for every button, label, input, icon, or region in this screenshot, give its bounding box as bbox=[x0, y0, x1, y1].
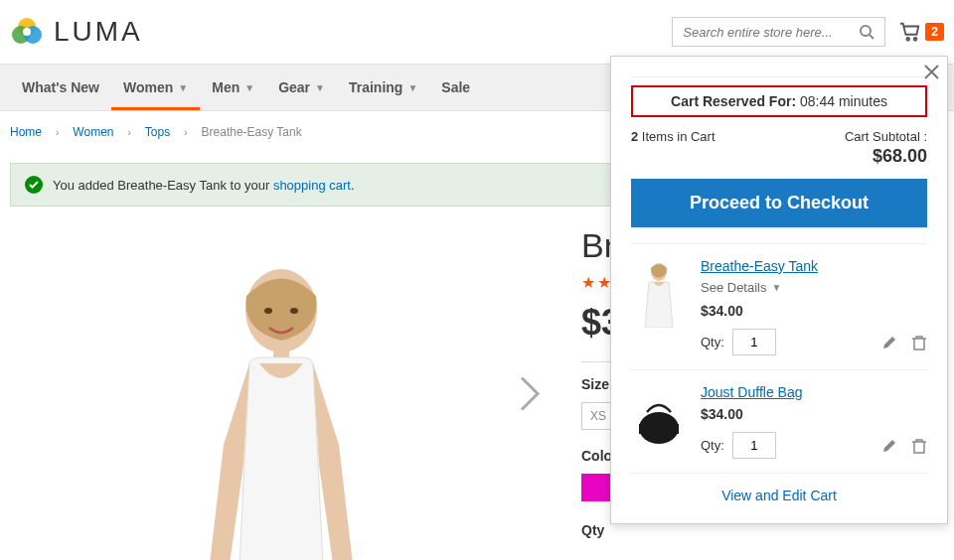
item-price: $34.00 bbox=[701, 303, 927, 319]
svg-point-3 bbox=[23, 28, 31, 36]
nav-men[interactable]: Men▼ bbox=[200, 65, 266, 110]
svg-point-4 bbox=[861, 26, 871, 36]
item-thumbnail[interactable] bbox=[631, 258, 687, 328]
nav-training[interactable]: Training▼ bbox=[337, 65, 429, 110]
notice-text: You added Breathe-Easy Tank to your shop… bbox=[53, 178, 355, 193]
minicart-popup: Cart Reserved For: 08:44 minutes 2 Items… bbox=[610, 56, 948, 524]
view-edit-cart-link[interactable]: View and Edit Cart bbox=[721, 488, 837, 503]
search-icon[interactable] bbox=[859, 24, 874, 40]
cart-reserved-timer: Cart Reserved For: 08:44 minutes bbox=[631, 85, 927, 117]
chevron-right-icon: › bbox=[184, 127, 187, 138]
minicart-close-button[interactable] bbox=[918, 59, 945, 88]
chevron-down-icon: ▼ bbox=[178, 82, 188, 93]
breadcrumb-current: Breathe-Easy Tank bbox=[202, 125, 302, 139]
cart-icon bbox=[899, 21, 921, 43]
item-price: $34.00 bbox=[701, 406, 927, 422]
gallery-next-button[interactable] bbox=[518, 374, 542, 417]
breadcrumb-women[interactable]: Women bbox=[73, 125, 113, 139]
trash-icon[interactable] bbox=[911, 335, 927, 350]
search-box[interactable] bbox=[672, 17, 885, 47]
nav-gear[interactable]: Gear▼ bbox=[266, 65, 337, 110]
breadcrumb-home[interactable]: Home bbox=[10, 125, 42, 139]
shopping-cart-link[interactable]: shopping cart bbox=[273, 178, 351, 193]
trash-icon[interactable] bbox=[911, 438, 927, 454]
product-main-image[interactable] bbox=[152, 246, 410, 560]
item-thumbnail[interactable] bbox=[631, 384, 687, 454]
logo-text: LUMA bbox=[54, 16, 143, 48]
qty-label: Qty: bbox=[701, 438, 724, 453]
svg-rect-16 bbox=[639, 424, 679, 434]
svg-point-10 bbox=[290, 308, 298, 314]
proceed-to-checkout-button[interactable]: Proceed to Checkout bbox=[631, 179, 927, 227]
nav-women[interactable]: Women▼ bbox=[111, 65, 200, 110]
check-circle-icon bbox=[25, 176, 43, 194]
cart-subtotal-label: Cart Subtotal : bbox=[845, 129, 927, 144]
qty-input[interactable] bbox=[732, 432, 776, 459]
chevron-right-icon: › bbox=[128, 127, 131, 138]
chevron-down-icon: ▼ bbox=[244, 82, 254, 93]
close-icon bbox=[924, 65, 939, 79]
edit-icon[interactable] bbox=[881, 438, 897, 454]
chevron-down-icon: ▼ bbox=[771, 282, 781, 293]
item-name-link[interactable]: Breathe-Easy Tank bbox=[701, 258, 927, 274]
qty-input[interactable] bbox=[732, 329, 776, 355]
nav-whats-new[interactable]: What's New bbox=[10, 65, 111, 110]
chevron-right-icon: › bbox=[56, 127, 59, 138]
nav-sale[interactable]: Sale bbox=[429, 65, 482, 110]
items-in-cart-count: 2 Items in Cart bbox=[631, 129, 716, 144]
qty-label: Qty bbox=[581, 522, 944, 538]
view-edit-cart: View and Edit Cart bbox=[631, 473, 927, 507]
logo[interactable]: LUMA bbox=[10, 15, 143, 49]
see-details-toggle[interactable]: See Details ▼ bbox=[701, 280, 927, 295]
breadcrumb-tops[interactable]: Tops bbox=[145, 125, 170, 139]
edit-icon[interactable] bbox=[881, 335, 897, 350]
search-input[interactable] bbox=[683, 25, 859, 40]
minicart-item: Joust Duffle Bag $34.00 Qty: bbox=[631, 369, 927, 473]
minicart-item: Breathe-Easy Tank See Details ▼ $34.00 Q… bbox=[631, 243, 927, 369]
cart-count-badge: 2 bbox=[925, 23, 944, 41]
logo-icon bbox=[10, 15, 44, 49]
product-gallery bbox=[10, 226, 552, 560]
svg-line-5 bbox=[870, 35, 874, 39]
cart-button[interactable]: 2 bbox=[899, 21, 944, 43]
cart-subtotal-value: $68.00 bbox=[631, 146, 927, 167]
qty-label: Qty: bbox=[701, 335, 724, 350]
color-swatch-pink[interactable] bbox=[581, 474, 611, 501]
svg-point-9 bbox=[264, 308, 272, 314]
item-name-link[interactable]: Joust Duffle Bag bbox=[701, 384, 927, 400]
chevron-down-icon: ▼ bbox=[407, 82, 417, 93]
chevron-down-icon: ▼ bbox=[315, 82, 325, 93]
